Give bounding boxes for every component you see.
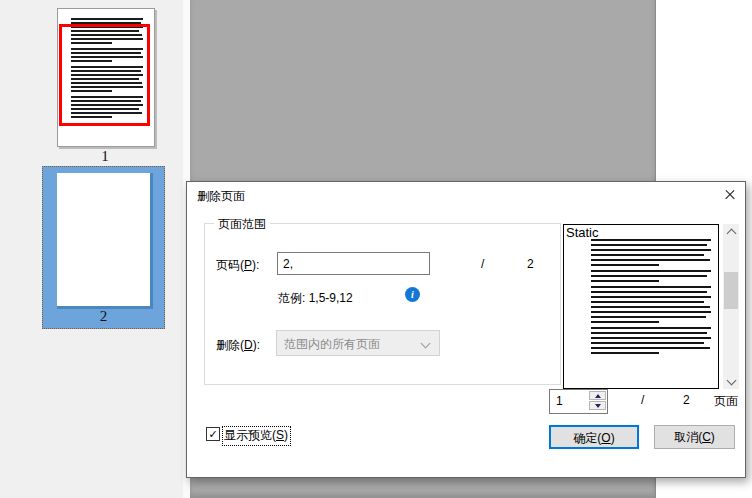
preview-static-text: Static [566,225,599,240]
delete-mode-label: 删除(D): [216,337,260,354]
scroll-up-icon[interactable] [723,224,739,240]
chevron-down-icon [421,339,431,349]
page-range-groupbox: 页面范围 页码(P): / 2 范例: 1,5-9,12 i 删除(D): 范围… [204,223,561,385]
page-1-highlight-rectangle [59,24,150,126]
page-number-label: 页码(P): [216,257,259,274]
preview-page: Static [563,224,719,389]
scrollbar-thumb[interactable] [724,272,738,309]
preview-page-unit-label: 页面 [714,393,738,410]
cancel-button[interactable]: 取消(C) [654,425,735,449]
page-2-label: 2 [43,308,164,325]
info-icon[interactable]: i [405,287,420,302]
page-1-label: 1 [57,148,153,165]
example-text: 范例: 1,5-9,12 [278,290,353,307]
spinner-down-icon[interactable] [589,401,606,410]
show-preview-label: 显示预览(S) [223,427,290,445]
spinner-up-icon[interactable] [589,391,606,400]
preview-page-spinner[interactable]: 1 [549,389,608,414]
ok-button[interactable]: 确定(O) [549,425,639,449]
show-preview-checkbox[interactable]: ✓ [206,427,220,441]
app-window: 1 2 删除页面 页面范围 页码(P): / 2 范例: 1,5-9,12 i … [0,0,752,498]
page-2-blank-page [57,173,153,309]
page-range-input[interactable] [277,252,430,275]
preview-scrollbar[interactable] [723,224,739,389]
preview-total-pages: 2 [683,393,690,407]
close-icon[interactable] [722,187,738,203]
delete-pages-dialog: 删除页面 页面范围 页码(P): / 2 范例: 1,5-9,12 i 删除(D… [186,181,746,478]
preview-text-content [591,239,711,384]
page-2-thumbnail-selected[interactable]: 2 [42,166,165,329]
delete-mode-value: 范围内的所有页面 [284,337,380,351]
spinner-buttons [589,391,606,410]
delete-mode-dropdown: 范围内的所有页面 [276,330,440,356]
spinner-value: 1 [556,394,563,408]
dialog-title: 删除页面 [197,188,245,205]
page-separator: / [481,257,484,271]
page-thumbnails-panel: 1 2 [0,0,190,498]
total-pages: 2 [527,257,534,271]
page-1-thumbnail[interactable] [57,8,155,147]
page-range-title: 页面范围 [214,216,270,233]
scroll-down-icon[interactable] [723,373,739,389]
preview-page-separator: / [641,393,644,407]
